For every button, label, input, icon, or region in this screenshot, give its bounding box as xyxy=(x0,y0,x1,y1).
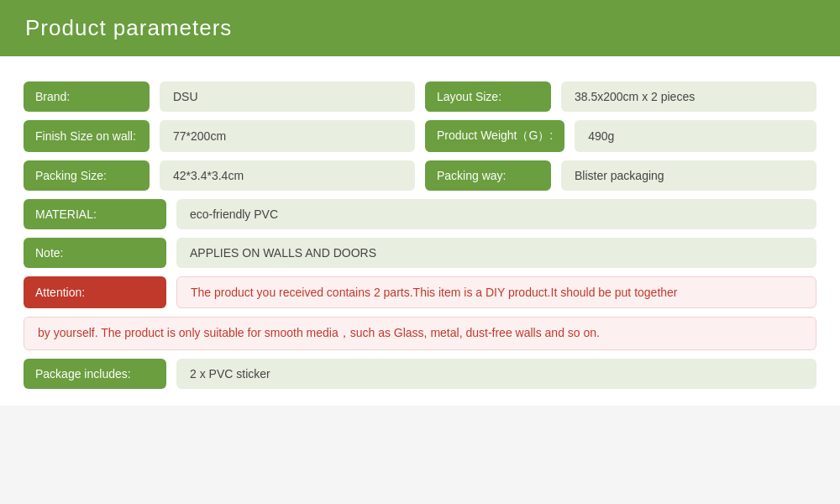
value-cell: Blister packaging xyxy=(561,160,816,191)
label-cell: Package includes: xyxy=(24,359,166,389)
content-area: Brand: DSU Layout Size: 38.5x200cm x 2 p… xyxy=(0,56,840,406)
attention-continuation: by yourself. The product is only suitabl… xyxy=(24,317,816,350)
label-cell: Note: xyxy=(24,238,166,268)
label-cell: Layout Size: xyxy=(425,81,551,112)
attention-value: The product you received contains 2 part… xyxy=(176,276,816,308)
table-row: Finish Size on wall: 77*200cm Product We… xyxy=(24,120,816,152)
parameters-grid: Brand: DSU Layout Size: 38.5x200cm x 2 p… xyxy=(24,81,816,389)
value-cell: eco-friendly PVC xyxy=(176,199,816,229)
value-cell: 490g xyxy=(575,120,816,152)
label-cell: Finish Size on wall: xyxy=(24,120,150,152)
right-pair: Layout Size: 38.5x200cm x 2 pieces xyxy=(425,81,816,112)
label-cell: MATERIAL: xyxy=(24,199,166,229)
table-row: MATERIAL: eco-friendly PVC xyxy=(24,199,816,229)
page-title: Product parameters xyxy=(25,15,232,40)
value-cell: APPLIES ON WALLS AND DOORS xyxy=(176,238,816,268)
label-cell: Packing way: xyxy=(425,160,551,191)
value-cell: DSU xyxy=(160,81,415,112)
label-cell: Brand: xyxy=(24,81,150,112)
table-row: Brand: DSU Layout Size: 38.5x200cm x 2 p… xyxy=(24,81,816,112)
attention-row: Attention: The product you received cont… xyxy=(24,276,816,308)
value-cell: 42*3.4*3.4cm xyxy=(160,160,415,191)
table-row: Packing Size: 42*3.4*3.4cm Packing way: … xyxy=(24,160,816,191)
right-pair: Product Weight（G）: 490g xyxy=(425,120,816,152)
value-cell: 38.5x200cm x 2 pieces xyxy=(561,81,816,112)
label-cell: Packing Size: xyxy=(24,160,150,191)
value-cell: 77*200cm xyxy=(160,120,415,152)
left-pair: Finish Size on wall: 77*200cm xyxy=(24,120,415,152)
attention-label: Attention: xyxy=(24,276,166,308)
left-pair: Brand: DSU xyxy=(24,81,415,112)
value-cell: 2 x PVC sticker xyxy=(176,359,816,389)
right-pair: Packing way: Blister packaging xyxy=(425,160,816,191)
left-pair: Packing Size: 42*3.4*3.4cm xyxy=(24,160,415,191)
table-row: Package includes: 2 x PVC sticker xyxy=(24,359,816,389)
label-cell: Product Weight（G）: xyxy=(425,120,564,152)
table-row: Note: APPLIES ON WALLS AND DOORS xyxy=(24,238,816,268)
page-header: Product parameters xyxy=(0,0,840,56)
